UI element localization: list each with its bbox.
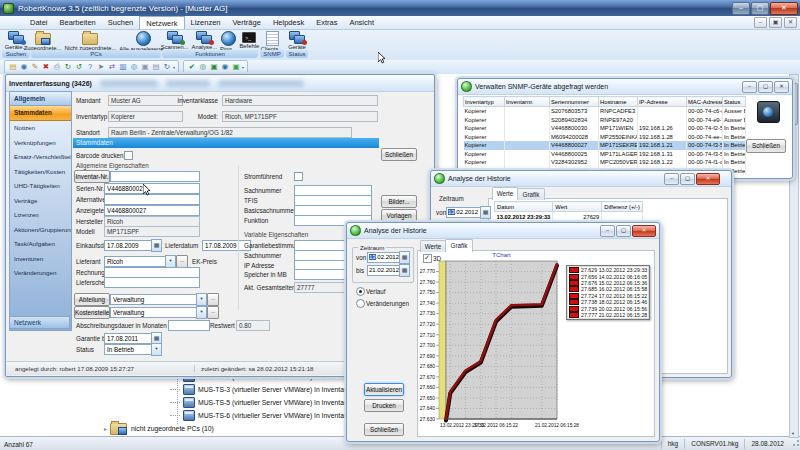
form-schliessen-button[interactable]: Schließen <box>381 148 417 161</box>
refresh-icon[interactable]: ↻ <box>63 62 73 72</box>
menu-item[interactable]: Extras <box>310 16 343 29</box>
hist2-schliessen-button[interactable]: Schließen <box>364 423 404 436</box>
calendar-icon[interactable] <box>151 239 162 252</box>
abteilung-field[interactable]: Verwaltung <box>110 294 200 305</box>
column-header[interactable]: IP-Adresse <box>638 97 687 107</box>
von-date-field[interactable]: 13.02.2012 <box>446 207 482 218</box>
table-row[interactable]: 13.02.2012 23:29:3327629 <box>495 212 643 222</box>
close-icon[interactable]: ✕ <box>774 81 789 93</box>
menu-item[interactable]: Lizenzen <box>185 16 227 29</box>
package-icon[interactable]: ▣ <box>209 62 219 72</box>
new-icon[interactable]: ▤ <box>8 62 18 72</box>
abschreibungsdauer-field[interactable] <box>168 320 210 331</box>
standort-field[interactable]: Raum Berlin - Zentrale/Verwaltung/OG 1/8… <box>108 127 352 138</box>
column-header[interactable]: Hostname <box>599 97 638 107</box>
abteilung-dropdown-icon[interactable] <box>196 293 207 306</box>
shield-icon[interactable]: ◉ <box>220 62 230 72</box>
sidebar-item[interactable]: Inventuren <box>10 252 71 267</box>
befehle-button[interactable]: >_ Befehle <box>238 31 260 49</box>
veraenderungen-radio[interactable] <box>356 299 365 308</box>
mdi-close-icon[interactable]: ✕ <box>784 17 797 28</box>
tree-row-unassigned-pcs[interactable]: ▸ nicht zugeordnete PCs (10) <box>104 422 214 435</box>
minimize-button[interactable] <box>732 2 750 15</box>
analyse-button[interactable]: Analyse... <box>191 31 218 50</box>
question-icon[interactable]: ? <box>85 62 95 72</box>
status-field[interactable]: In Betrieb <box>104 344 153 355</box>
vorlagen-button[interactable]: Vorlagen <box>381 209 417 222</box>
maximize-button[interactable] <box>751 2 769 15</box>
menu-item[interactable]: Datei <box>24 16 54 29</box>
ping-button[interactable]: Ping... <box>219 31 237 52</box>
maximize-icon[interactable]: ▢ <box>616 225 631 237</box>
tab-grafik[interactable]: Grafik <box>517 188 545 200</box>
sidebar-item[interactable]: Verknüpfungen <box>10 136 71 151</box>
bis-date-field[interactable]: 21.02.2012 <box>367 265 401 276</box>
modell2-field[interactable]: MP171SPF <box>104 226 200 237</box>
kostenstelle-browse-button[interactable] <box>207 306 219 319</box>
einkaufsdatum-field[interactable]: 17.08.2009 <box>104 240 153 251</box>
menu-item[interactable]: Verträge <box>227 16 267 29</box>
resize-grip[interactable] <box>790 439 800 449</box>
menu-item[interactable]: Bearbeiten <box>54 16 102 29</box>
table-row[interactable]: KopiererS2076803573 RNPCADFE300-00-74-c6… <box>464 107 746 116</box>
sidebar-item[interactable]: Notizen <box>10 121 71 136</box>
tab-werte[interactable]: Werte <box>492 187 518 200</box>
barcode-drucken-checkbox[interactable] <box>124 151 133 160</box>
minimize-icon[interactable]: – <box>742 81 757 93</box>
edit-icon[interactable]: ✎ <box>30 62 40 72</box>
modell-field[interactable]: Ricoh, MP171SPF <box>222 111 378 122</box>
inventar-nr-button[interactable]: Inventar-Nr. <box>74 170 110 183</box>
sidebar-item[interactable]: Task/Aufgaben <box>10 237 71 252</box>
close-icon[interactable]: ✕ <box>696 173 720 185</box>
globe-green-icon[interactable]: ◎ <box>198 62 208 72</box>
sidebar-item-stammdaten[interactable]: Stammdaten <box>10 106 71 121</box>
close-button[interactable] <box>770 2 798 15</box>
column-header[interactable]: Wert <box>553 202 602 212</box>
inventar-nr-field[interactable] <box>110 171 200 182</box>
table-row[interactable]: KopiererV4468800030 MP171WIEN192.168.1.2… <box>464 124 746 133</box>
column-header[interactable]: Inventartyp <box>464 97 505 107</box>
mdi-minimize-icon[interactable]: – <box>754 17 767 28</box>
transfer-icon[interactable]: ⇄ <box>107 62 117 72</box>
sidebar-item[interactable]: Ersatz-/Verschleißteile <box>10 150 71 165</box>
bilder-button[interactable]: Bilder... <box>381 195 417 208</box>
calendar-icon[interactable] <box>480 206 491 219</box>
sidebar-item[interactable]: Verträge <box>10 194 71 209</box>
column-header[interactable]: MAC-Adresse <box>687 97 723 107</box>
menu-item[interactable]: Suchen <box>102 16 139 29</box>
snmp-query-camera-icon[interactable] <box>757 101 780 123</box>
calendar-icon[interactable] <box>399 264 410 277</box>
garantie-bis-field[interactable]: 17.08.2011 <box>104 333 153 344</box>
abteilung-browse-button[interactable] <box>207 293 219 306</box>
sync-icon[interactable]: ↻ <box>162 62 172 72</box>
anzeigetext-field[interactable]: V4468800027 <box>104 205 200 216</box>
menu-item[interactable]: Netzwerk <box>139 16 184 29</box>
column-header[interactable]: Status <box>723 97 746 107</box>
delete-icon[interactable]: ✖ <box>41 62 51 72</box>
sidebar-item[interactable]: UHD-Tätigkeiten <box>10 179 71 194</box>
column-header[interactable]: Seriennummer <box>550 97 599 107</box>
inventarklasse-field[interactable]: Hardware <box>222 95 378 106</box>
search-icon[interactable]: ◉ <box>19 62 29 72</box>
nicht-zugeordnete-button[interactable]: Nicht zugeordnete... <box>63 31 117 51</box>
kostenstelle-dropdown-icon[interactable] <box>196 306 207 319</box>
maximize-icon[interactable]: ▢ <box>680 173 695 185</box>
sidebar-header-allgemein[interactable]: Allgemein <box>10 92 71 106</box>
table-row[interactable]: KopiererV4468800025 MP171LAGERBU...192.1… <box>464 150 746 159</box>
lieferant-field[interactable]: Ricoh <box>104 256 168 267</box>
status-dropdown-icon[interactable] <box>151 343 162 356</box>
speicher-field[interactable] <box>294 269 352 280</box>
table-row[interactable]: KopiererV3284302952 MPC2050VERKAUF192.16… <box>464 158 746 167</box>
mdi-restore-icon[interactable]: ▣ <box>769 17 782 28</box>
maximize-icon[interactable]: ▢ <box>758 81 773 93</box>
column-header[interactable]: Datum <box>495 202 553 212</box>
pin-icon[interactable]: ➤ <box>96 62 106 72</box>
minimize-icon[interactable]: – <box>600 225 615 237</box>
report-icon[interactable]: ▥ <box>118 62 128 72</box>
sidebar-item[interactable]: Aktionen/Gruppierungen <box>10 223 71 238</box>
box-icon[interactable]: ▣ <box>231 62 241 72</box>
column-header[interactable]: Inventarnr. <box>505 97 550 107</box>
close-icon[interactable]: ✕ <box>632 225 656 237</box>
abteilung-button[interactable]: Abteilung <box>74 293 110 306</box>
verlauf-radio[interactable] <box>356 287 365 296</box>
